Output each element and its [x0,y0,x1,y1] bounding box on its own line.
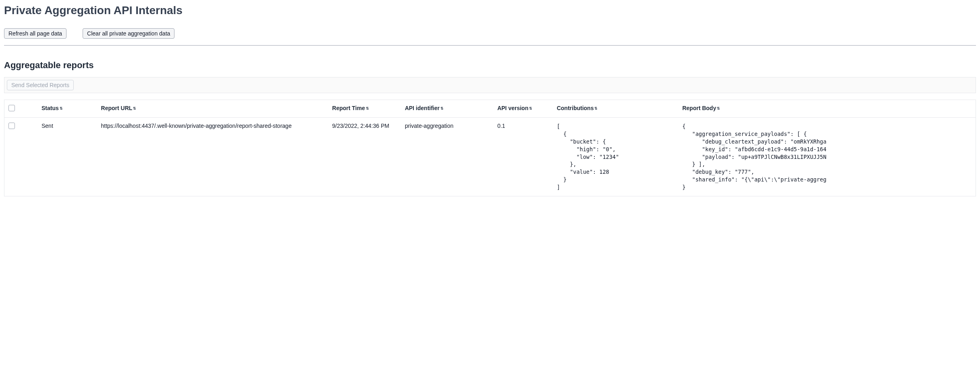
top-button-row: Refresh all page data Clear all private … [4,28,976,39]
column-label-api-identifier: API identifier [405,105,440,111]
column-label-report-body: Report Body [682,105,716,111]
row-select-checkbox[interactable] [8,123,15,129]
cell-report-time: 9/23/2022, 2:44:36 PM [328,118,401,196]
select-all-checkbox[interactable] [8,105,15,111]
refresh-button[interactable]: Refresh all page data [4,28,66,39]
cell-api-version: 0.1 [493,118,553,196]
cell-api-identifier: private-aggregation [401,118,494,196]
column-label-status: Status [42,105,59,111]
column-label-contributions: Contributions [557,105,594,111]
sort-icon: ⇅ [60,107,62,110]
column-header-api-version[interactable]: API version⇅ [493,100,553,118]
cell-report-url: https://localhost:4437/.well-known/priva… [97,118,328,196]
column-header-report-url[interactable]: Report URL⇅ [97,100,328,118]
column-header-status[interactable]: Status⇅ [37,100,97,118]
reports-table: Status⇅ Report URL⇅ Report Time⇅ API ide… [4,100,976,196]
cell-contributions: [ { "bucket": { "high": "0", "low": "123… [553,118,678,196]
sort-icon: ⇅ [366,107,368,110]
column-header-checkbox [4,100,37,118]
column-label-report-time: Report Time [332,105,365,111]
cell-report-body: { "aggregation_service_payloads": [ { "d… [678,118,976,196]
section-toolbar: Send Selected Reports [4,77,976,93]
reports-table-wrapper: Status⇅ Report URL⇅ Report Time⇅ API ide… [4,100,976,196]
sort-icon: ⇅ [133,107,135,110]
column-header-report-body[interactable]: Report Body⇅ [678,100,976,118]
column-header-report-time[interactable]: Report Time⇅ [328,100,401,118]
section-heading-aggregatable-reports: Aggregatable reports [4,60,976,71]
column-header-api-identifier[interactable]: API identifier⇅ [401,100,494,118]
column-label-api-version: API version [497,105,528,111]
divider [4,45,976,46]
table-row: Sent https://localhost:4437/.well-known/… [4,118,976,196]
sort-icon: ⇅ [440,107,443,110]
sort-icon: ⇅ [717,107,719,110]
clear-button[interactable]: Clear all private aggregation data [83,28,174,39]
page-title: Private Aggregation API Internals [4,4,976,17]
column-header-contributions[interactable]: Contributions⇅ [553,100,678,118]
sort-icon: ⇅ [594,107,597,110]
report-body-json: { "aggregation_service_payloads": [ { "d… [682,123,972,191]
send-selected-reports-button[interactable]: Send Selected Reports [7,80,74,90]
cell-status: Sent [37,118,97,196]
contributions-json: [ { "bucket": { "high": "0", "low": "123… [557,123,674,191]
sort-icon: ⇅ [529,107,532,110]
column-label-report-url: Report URL [101,105,133,111]
